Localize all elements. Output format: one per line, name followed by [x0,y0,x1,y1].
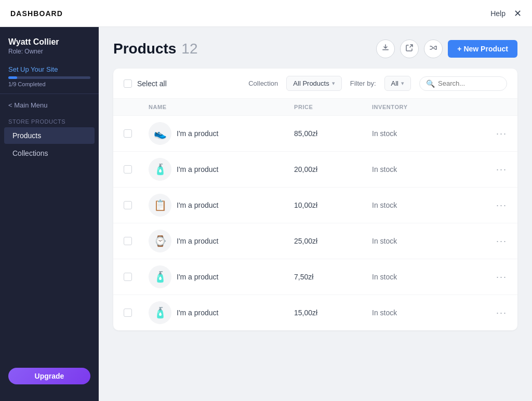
topbar: DASHBOARD Help ✕ [0,0,532,27]
collection-label: Collection [248,79,278,87]
filter-by-label: Filter by: [350,79,376,87]
select-all-label[interactable]: Select all [137,79,167,88]
search-icon: 🔍 [426,79,435,88]
row-checkbox[interactable] [124,201,132,209]
product-name: I'm a product [171,165,219,173]
product-inventory: In stock [372,129,476,138]
page-count: 12 [181,41,197,57]
dashboard-title: DASHBOARD [10,9,63,18]
row-actions-menu[interactable]: ··· [476,308,507,318]
close-icon[interactable]: ✕ [514,9,522,18]
page-title: Products [113,41,176,57]
table-row[interactable]: 👟 I'm a product 85,00zł In stock ··· [113,116,517,152]
product-price: 85,00zł [294,129,372,138]
table-row[interactable]: ⌚ I'm a product 25,00zł In stock ··· [113,223,517,259]
header-actions: + New Product [376,39,517,58]
row-checkbox[interactable] [124,273,132,281]
product-avatar: 👟 [149,122,171,145]
table-row[interactable]: 🧴 I'm a product 20,00zł In stock ··· [113,152,517,188]
sidebar-setup: Set Up Your Site 1/9 Completed [0,61,99,94]
row-checkbox[interactable] [124,237,132,245]
sidebar-item-products[interactable]: Products [4,127,95,144]
main-menu-label: < Main Menu [8,101,48,109]
product-price: 10,00zł [294,201,372,209]
search-input[interactable] [438,79,500,87]
product-name: I'm a product [171,201,219,209]
row-checkbox[interactable] [124,309,132,317]
progress-bar-bg [8,76,90,79]
product-avatar: 🧴 [149,301,171,324]
search-box[interactable]: 🔍 [419,76,507,91]
col-inventory: INVENTORY [372,104,476,110]
select-all-checkbox[interactable] [124,79,132,88]
collection-dropdown[interactable]: All Products ▾ [286,76,341,91]
product-avatar: 🧴 [149,158,171,181]
download-icon-btn[interactable] [376,39,395,58]
chevron-down-icon: ▾ [332,80,335,87]
product-inventory: In stock [372,309,476,317]
setup-label[interactable]: Set Up Your Site [8,65,90,73]
svg-rect-0 [382,49,389,50]
table-row[interactable]: 📋 I'm a product 10,00zł In stock ··· [113,188,517,223]
product-inventory: In stock [372,201,476,209]
new-product-button[interactable]: + New Product [448,40,517,58]
filter-value: All [391,79,398,87]
product-avatar: 📋 [149,194,171,217]
table-body: 👟 I'm a product 85,00zł In stock ··· 🧴 I… [113,116,517,330]
sidebar: Wyatt Collier Role: Owner Set Up Your Si… [0,27,99,401]
products-card: Select all Collection All Products ▾ Fil… [113,69,517,330]
main-content: Products 12 [99,27,532,401]
product-name: I'm a product [171,237,219,245]
select-all-checkbox-wrap: Select all [124,79,167,88]
row-checkbox[interactable] [124,129,132,138]
sidebar-role: Role: Owner [8,48,90,55]
product-price: 15,00zł [294,309,372,317]
page-header: Products 12 [113,39,517,58]
row-checkbox[interactable] [124,165,132,173]
upgrade-button[interactable]: Upgrade [8,368,90,384]
product-name: I'm a product [171,273,219,281]
row-actions-menu[interactable]: ··· [476,164,507,175]
page-title-group: Products 12 [113,41,198,57]
product-inventory: In stock [372,273,476,281]
sidebar-user: Wyatt Collier Role: Owner [0,27,99,61]
sidebar-username: Wyatt Collier [8,37,90,47]
product-inventory: In stock [372,165,476,173]
shuffle-icon [429,44,437,54]
progress-bar-fill [8,76,17,79]
product-price: 25,00zł [294,237,372,245]
product-avatar: ⌚ [149,230,171,252]
product-name: I'm a product [171,309,219,317]
filter-bar: Select all Collection All Products ▾ Fil… [113,69,517,99]
table-row[interactable]: 🧴 I'm a product 15,00zł In stock ··· [113,295,517,330]
download-icon [381,44,390,54]
sidebar-item-collections[interactable]: Collections [4,145,95,162]
help-link[interactable]: Help [490,9,506,18]
product-price: 7,50zł [294,273,372,281]
store-products-label: Store Products [0,113,99,127]
table-header: NAME PRICE INVENTORY [113,99,517,116]
row-actions-menu[interactable]: ··· [476,200,507,211]
product-price: 20,00zł [294,165,372,173]
row-actions-menu[interactable]: ··· [476,236,507,247]
export-icon-btn[interactable] [400,39,419,58]
main-layout: Wyatt Collier Role: Owner Set Up Your Si… [0,27,532,401]
product-inventory: In stock [372,237,476,245]
shuffle-icon-btn[interactable] [424,39,443,58]
filter-dropdown[interactable]: All ▾ [384,76,411,91]
main-menu-item[interactable]: < Main Menu [0,94,99,113]
product-avatar: 🧴 [149,265,171,288]
sidebar-bottom: Upgrade [0,359,99,393]
progress-text: 1/9 Completed [8,81,90,87]
col-price: PRICE [294,104,372,110]
topbar-right: Help ✕ [490,9,522,18]
filter-chevron-icon: ▾ [401,80,404,87]
export-icon [405,44,414,54]
table-row[interactable]: 🧴 I'm a product 7,50zł In stock ··· [113,259,517,295]
row-actions-menu[interactable]: ··· [476,128,507,139]
col-name: NAME [149,104,294,110]
row-actions-menu[interactable]: ··· [476,272,507,283]
product-name: I'm a product [171,129,219,138]
collection-value: All Products [293,79,329,87]
